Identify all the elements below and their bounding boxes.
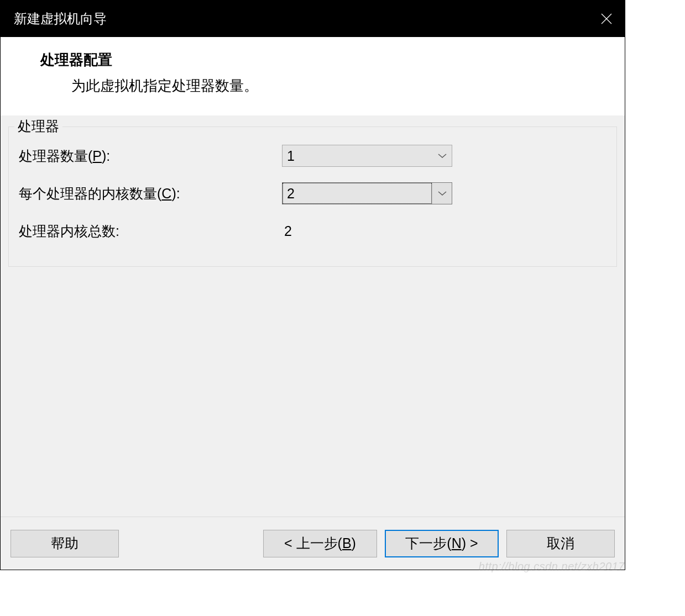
wizard-body: 处理器 处理器数量(P): 1 每个处理器的内核数量(C): 2 xyxy=(1,115,625,517)
wizard-window: 新建虚拟机向导 处理器配置 为此虚拟机指定处理器数量。 处理器 处理器数量(P)… xyxy=(0,0,625,570)
wizard-footer: 帮助 < 上一步(B) 下一步(N) > 取消 xyxy=(1,517,625,570)
row-cores-per-processor: 每个处理器的内核数量(C): 2 xyxy=(19,180,606,207)
cores-per-processor-select[interactable]: 2 xyxy=(282,182,452,204)
processor-count-select[interactable]: 1 xyxy=(282,145,452,167)
label-total-cores: 处理器内核总数: xyxy=(19,222,282,240)
label-processor-count: 处理器数量(P): xyxy=(19,147,282,165)
chevron-down-icon xyxy=(432,145,452,166)
chevron-down-icon xyxy=(432,183,452,204)
total-cores-value: 2 xyxy=(282,223,292,239)
help-button[interactable]: 帮助 xyxy=(11,530,119,557)
next-button[interactable]: 下一步(N) > xyxy=(385,530,499,557)
page-subtitle: 为此虚拟机指定处理器数量。 xyxy=(71,76,625,96)
cores-per-processor-value: 2 xyxy=(283,183,432,204)
close-icon xyxy=(600,13,613,25)
back-button[interactable]: < 上一步(B) xyxy=(263,530,377,557)
processor-count-value: 1 xyxy=(283,145,432,166)
row-processor-count: 处理器数量(P): 1 xyxy=(19,143,606,169)
cancel-button[interactable]: 取消 xyxy=(506,530,615,557)
label-cores-per-processor: 每个处理器的内核数量(C): xyxy=(19,185,282,203)
processors-group: 处理器 处理器数量(P): 1 每个处理器的内核数量(C): 2 xyxy=(8,127,617,267)
titlebar: 新建虚拟机向导 xyxy=(1,1,625,37)
page-title: 处理器配置 xyxy=(40,50,625,70)
row-total-cores: 处理器内核总数: 2 xyxy=(19,218,606,244)
wizard-header: 处理器配置 为此虚拟机指定处理器数量。 xyxy=(1,37,625,115)
group-legend: 处理器 xyxy=(14,117,62,135)
close-button[interactable] xyxy=(588,1,625,37)
window-title: 新建虚拟机向导 xyxy=(14,10,107,28)
